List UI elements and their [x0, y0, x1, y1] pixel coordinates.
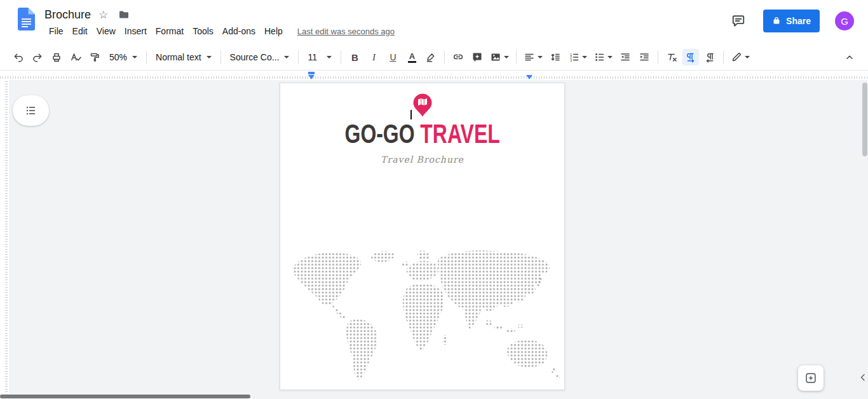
editing-mode-button[interactable] [728, 49, 753, 65]
header-right: Share G [729, 6, 854, 32]
show-document-outline-button[interactable] [13, 95, 49, 126]
bold-button[interactable]: B [346, 49, 363, 65]
print-button[interactable] [48, 49, 65, 65]
explore-icon [804, 372, 817, 384]
toolbar-separator [220, 51, 221, 64]
edit-pencil-icon [731, 51, 742, 63]
google-docs-logo-icon[interactable] [18, 8, 35, 33]
horizontal-ruler[interactable] [0, 71, 868, 80]
paragraph-style-value: Normal text [156, 52, 201, 62]
menu-bar: File Edit View Insert Format Tools Add-o… [44, 25, 395, 37]
text-cursor [410, 110, 412, 119]
decrease-indent-button[interactable] [617, 49, 634, 65]
spellcheck-button[interactable] [67, 49, 84, 65]
numbered-list-icon: 1 2 3 [568, 51, 580, 63]
text-color-icon: A [408, 52, 416, 63]
comment-history-icon[interactable] [729, 11, 748, 30]
lock-icon [772, 16, 781, 27]
toolbar: 50% Normal text Source Co... 11 B I U A [0, 44, 868, 71]
undo-button[interactable] [10, 49, 27, 65]
font-size-value: 11 [308, 52, 317, 62]
right-indent-marker[interactable] [526, 75, 532, 79]
side-panel-collapse-button[interactable] [858, 370, 868, 385]
share-button[interactable]: Share [763, 10, 820, 32]
collapse-toolbar-button[interactable] [841, 49, 858, 65]
align-left-icon [524, 51, 535, 63]
last-edit-link[interactable]: Last edit was seconds ago [297, 27, 395, 36]
header: Brochure ☆ File Edit View Insert Format … [0, 0, 868, 44]
redo-button[interactable] [29, 49, 46, 65]
explore-button[interactable] [798, 365, 824, 391]
menu-file[interactable]: File [44, 25, 68, 37]
zoom-select[interactable]: 50% [104, 49, 142, 65]
insert-link-button[interactable] [450, 49, 466, 65]
toolbar-separator [723, 51, 724, 64]
chevron-down-icon [504, 56, 509, 58]
bulleted-list-button[interactable] [590, 49, 616, 65]
numbered-list-button[interactable]: 1 2 3 [565, 49, 590, 65]
vertical-scrollbar-thumb[interactable] [862, 83, 867, 156]
toolbar-separator [444, 51, 445, 64]
menu-insert[interactable]: Insert [120, 25, 151, 37]
zoom-value: 50% [109, 52, 127, 62]
italic-button[interactable]: I [365, 49, 382, 65]
document-heading: GO-GO TRAVEL [280, 119, 564, 149]
insert-image-button[interactable] [487, 49, 512, 65]
folder-icon[interactable] [116, 6, 132, 23]
paragraph-style-select[interactable]: Normal text [151, 49, 217, 65]
chevron-down-icon [284, 56, 289, 58]
image-icon [490, 51, 501, 63]
ruler-ticks [0, 76, 868, 79]
menu-tools[interactable]: Tools [188, 25, 218, 37]
horizontal-scrollbar-thumb[interactable] [0, 395, 250, 398]
underline-button[interactable]: U [384, 49, 401, 65]
chevron-down-icon [582, 56, 587, 58]
text-direction-rtl-button[interactable] [702, 49, 718, 65]
heading-primary-text: GO-GO [344, 119, 414, 149]
menu-format[interactable]: Format [151, 25, 188, 37]
left-indent-marker[interactable] [308, 75, 315, 79]
first-line-indent-marker[interactable] [308, 72, 315, 74]
toolbar-separator [298, 51, 299, 64]
heading-accent-text: TRAVEL [420, 119, 499, 149]
add-comment-button[interactable] [469, 49, 485, 65]
text-color-button[interactable]: A [403, 49, 420, 65]
chevron-down-icon [538, 56, 543, 58]
dotted-world-map-image [287, 246, 560, 387]
menu-addons[interactable]: Add-ons [218, 25, 260, 37]
highlight-color-button[interactable] [423, 49, 439, 65]
share-label: Share [786, 16, 811, 26]
menu-help[interactable]: Help [260, 25, 287, 37]
ruler-ticks [5, 81, 8, 393]
horizontal-scrollbar[interactable] [0, 394, 868, 399]
clear-formatting-button[interactable] [663, 49, 680, 65]
paint-format-button[interactable] [86, 49, 103, 65]
document-outline-icon [25, 104, 37, 117]
chevron-left-icon [858, 373, 867, 382]
menu-view[interactable]: View [92, 25, 120, 37]
chevron-down-icon [607, 56, 613, 58]
document-title[interactable]: Brochure [44, 8, 91, 22]
increase-indent-button[interactable] [636, 49, 653, 65]
toolbar-separator [146, 51, 147, 64]
svg-text:3: 3 [570, 58, 572, 62]
font-family-value: Source Co... [230, 52, 280, 62]
account-avatar[interactable]: G [835, 11, 854, 30]
toolbar-separator [341, 51, 341, 64]
font-family-select[interactable]: Source Co... [225, 49, 295, 65]
font-size-select[interactable]: 11 [302, 49, 337, 65]
text-direction-ltr-button[interactable] [682, 49, 699, 65]
line-spacing-button[interactable] [547, 49, 564, 65]
document-page[interactable]: GO-GO TRAVEL Travel Brochure [280, 83, 565, 390]
chevron-down-icon [207, 56, 212, 58]
title-block: Brochure ☆ File Edit View Insert Format … [44, 6, 395, 37]
chevron-down-icon [132, 56, 137, 58]
map-pin-icon [411, 93, 433, 121]
vertical-ruler[interactable] [0, 80, 9, 394]
document-canvas[interactable]: GO-GO TRAVEL Travel Brochure [0, 80, 868, 394]
chevron-down-icon [327, 56, 332, 58]
menu-edit[interactable]: Edit [68, 25, 92, 37]
star-icon[interactable]: ☆ [98, 10, 108, 20]
align-button[interactable] [520, 49, 546, 65]
bulleted-list-icon [593, 51, 605, 63]
